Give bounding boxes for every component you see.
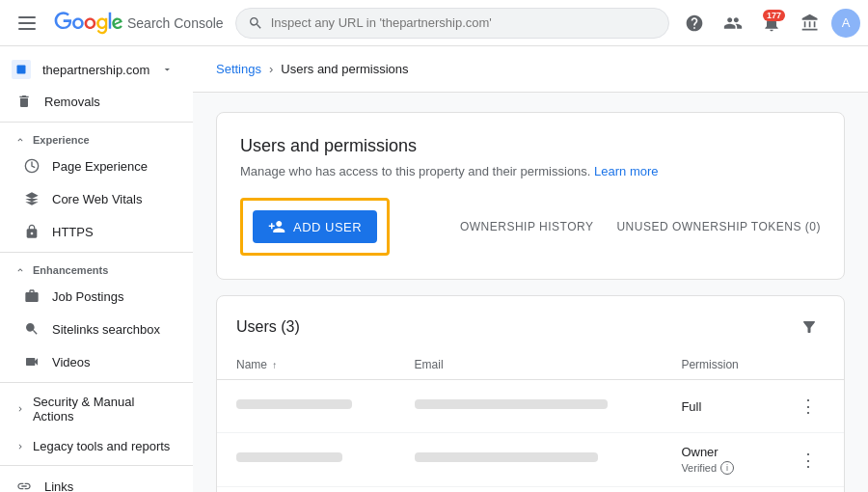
add-user-section: ADD USER OWNERSHIP HISTORY UNUSED OWNERS…	[240, 198, 821, 256]
section-experience-label: Experience	[33, 134, 90, 146]
col-name[interactable]: Name ↑	[217, 350, 395, 380]
https-label: HTTPS	[52, 225, 94, 239]
col-permission: Permission	[662, 350, 773, 380]
sidebar-item-links[interactable]: Links	[0, 470, 185, 492]
unused-tokens-btn[interactable]: UNUSED OWNERSHIP TOKENS (0)	[616, 216, 821, 237]
notifications-button[interactable]: 177	[754, 6, 789, 41]
content-area: Settings › Users and permissions Users a…	[193, 46, 868, 492]
col-actions	[773, 350, 844, 380]
removals-icon	[15, 93, 33, 110]
section-legacy[interactable]: Legacy tools and reports	[0, 431, 193, 461]
sitelinks-label: Sitelinks searchbox	[52, 322, 160, 337]
sidebar-item-page-experience[interactable]: Page Experience	[8, 150, 185, 182]
row-more-button-2[interactable]: ⋮	[792, 446, 825, 475]
cell-email-2	[395, 433, 663, 487]
core-web-vitals-label: Core Web Vitals	[52, 192, 142, 206]
sidebar-item-job-postings[interactable]: Job Postings	[8, 280, 185, 313]
page-experience-icon	[23, 157, 41, 175]
sidebar-divider-2	[0, 252, 193, 253]
add-user-button[interactable]: ADD USER	[253, 210, 377, 243]
card-description: Manage who has access to this property a…	[240, 164, 821, 178]
property-dropdown-icon	[161, 62, 174, 77]
google-logo: Search Console	[54, 12, 224, 35]
col-email: Email	[395, 350, 663, 380]
add-user-icon	[268, 218, 285, 235]
table-header: Name ↑ Email Permission	[217, 350, 844, 380]
cell-name-3	[217, 487, 395, 493]
verified-text: Verified	[681, 462, 717, 474]
apps-button[interactable]	[793, 6, 827, 41]
section-enhancements[interactable]: Enhancements	[0, 257, 193, 280]
email-blurred-1	[415, 399, 608, 409]
verified-row: Verified i	[681, 461, 753, 475]
info-icon[interactable]: i	[720, 461, 734, 475]
learn-more-link[interactable]: Learn more	[594, 164, 658, 178]
manage-users-icon	[723, 14, 743, 33]
page-experience-label: Page Experience	[52, 159, 148, 174]
sidebar-divider-3	[0, 382, 193, 383]
name-blurred-2	[236, 452, 342, 462]
cell-more-2: ⋮	[773, 433, 844, 487]
page-content: Users and permissions Manage who has acc…	[193, 93, 868, 492]
search-icon	[248, 15, 263, 31]
section-chevron-icon	[15, 135, 25, 145]
table-row: Full ⋮	[217, 487, 844, 493]
ownership-history-btn[interactable]: OWNERSHIP HISTORY	[460, 216, 594, 237]
manage-users-button[interactable]	[716, 6, 750, 41]
add-user-highlight: ADD USER	[240, 198, 390, 256]
help-icon	[685, 14, 704, 33]
row-more-button-1[interactable]: ⋮	[792, 392, 825, 421]
breadcrumb: Settings › Users and permissions	[193, 46, 868, 93]
property-icon	[12, 60, 31, 79]
videos-icon	[23, 353, 41, 370]
sidebar-item-https[interactable]: HTTPS	[8, 215, 185, 248]
job-postings-icon	[23, 287, 41, 305]
sidebar-divider-4	[0, 465, 193, 466]
cell-more-3: ⋮	[773, 487, 844, 493]
property-selector[interactable]: thepartnership.com	[0, 54, 185, 85]
links-icon	[15, 478, 33, 492]
email-blurred-2	[415, 452, 598, 462]
svg-rect-2	[18, 28, 36, 30]
security-chevron-icon	[15, 404, 25, 414]
cell-permission-1: Full	[662, 380, 773, 433]
card-actions: OWNERSHIP HISTORY UNUSED OWNERSHIP TOKEN…	[460, 216, 821, 237]
breadcrumb-parent[interactable]: Settings	[216, 62, 261, 76]
search-bar[interactable]	[235, 8, 669, 39]
avatar[interactable]: A	[831, 9, 860, 38]
security-label: Security & Manual Actions	[33, 395, 177, 424]
legacy-label: Legacy tools and reports	[33, 439, 170, 453]
section-experience-items: Page Experience Core Web Vitals HTTPS	[0, 150, 193, 248]
product-name: Search Console	[127, 15, 224, 31]
cell-permission-3: Full	[662, 487, 773, 493]
cell-name-1	[217, 380, 395, 433]
filter-button[interactable]	[794, 312, 825, 342]
sidebar-item-removals[interactable]: Removals	[0, 85, 185, 118]
main-layout: thepartnership.com Removals Experience P…	[0, 46, 868, 492]
sidebar-divider-1	[0, 122, 193, 123]
permission-cell-owner: Owner Verified i	[681, 445, 753, 475]
users-count: Users (3)	[236, 318, 300, 336]
users-table: Name ↑ Email Permission	[217, 350, 844, 492]
name-blurred-1	[236, 399, 352, 409]
section-experience[interactable]: Experience	[0, 126, 193, 150]
notification-badge: 177	[763, 10, 785, 21]
card-desc-text: Manage who has access to this property a…	[240, 164, 590, 178]
sitelinks-icon	[23, 320, 41, 338]
cell-more-1: ⋮	[773, 380, 844, 433]
breadcrumb-current: Users and permissions	[281, 62, 408, 76]
help-button[interactable]	[677, 6, 712, 41]
sort-arrow: ↑	[272, 360, 277, 370]
links-label: Links	[44, 479, 73, 493]
section-security[interactable]: Security & Manual Actions	[0, 387, 193, 431]
https-icon	[23, 223, 41, 240]
topbar-actions: 177 A	[677, 6, 860, 41]
search-input[interactable]	[271, 15, 657, 30]
section-enhancements-label: Enhancements	[33, 264, 108, 276]
sidebar-item-core-web-vitals[interactable]: Core Web Vitals	[8, 182, 185, 215]
users-table-card: Users (3) Name ↑ E	[216, 295, 845, 492]
menu-button[interactable]	[8, 4, 46, 42]
sidebar-item-videos[interactable]: Videos	[8, 345, 185, 378]
cell-email-1	[395, 380, 663, 433]
sidebar-item-sitelinks[interactable]: Sitelinks searchbox	[8, 313, 185, 345]
